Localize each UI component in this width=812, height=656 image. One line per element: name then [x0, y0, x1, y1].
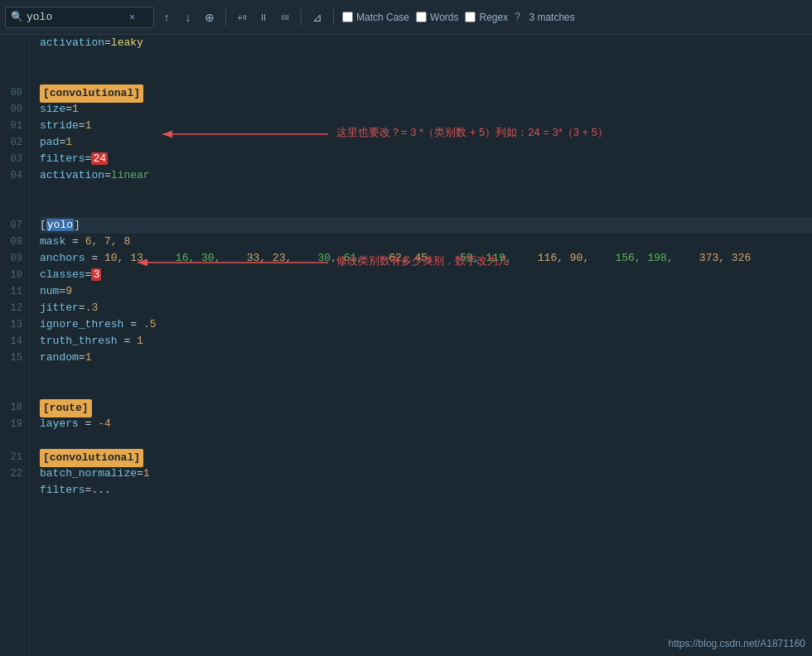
- select-all-button[interactable]: II: [254, 7, 273, 28]
- separator-1: [225, 9, 226, 26]
- search-input[interactable]: [27, 11, 126, 23]
- line-num: 19: [3, 416, 22, 432]
- filter-button[interactable]: ⊿: [308, 7, 326, 28]
- code-line-convolutional2: [convolutional]: [40, 449, 812, 465]
- line-num: 08: [3, 234, 22, 250]
- line-num: 22: [3, 465, 22, 482]
- code-line: [40, 432, 812, 449]
- code-line: [40, 366, 812, 383]
- line-num: 21: [3, 449, 22, 465]
- code-line: ignore_thresh = .5: [40, 316, 812, 333]
- code-line: pad=1: [40, 134, 812, 151]
- line-num: [3, 432, 22, 449]
- line-num: 01: [3, 118, 22, 134]
- code-line: layers = -4: [40, 416, 812, 432]
- regex-group: Regex: [465, 12, 508, 23]
- editor: 00 00 01 02 03 04 07 08 09 10 11 12 13 1…: [0, 35, 812, 656]
- prev-match-button[interactable]: ↑: [157, 7, 176, 28]
- line-num: 00: [3, 101, 22, 118]
- line-num: [3, 366, 22, 383]
- line-num: [3, 200, 22, 217]
- separator-2: [301, 9, 302, 26]
- code-line: jitter=.3: [40, 300, 812, 316]
- toolbar: 🔍 ✕ ↑ ↓ ⊕ +II II IIII ⊿ Match Case Words…: [0, 0, 812, 35]
- code-content: activation=leaky [convolutional] size=1 …: [30, 35, 812, 656]
- search-clear-icon[interactable]: ✕: [129, 11, 135, 23]
- match-case-checkbox[interactable]: [342, 12, 353, 22]
- match-case-group: Match Case: [342, 12, 409, 23]
- code-line: mask = 6, 7, 8: [40, 234, 812, 250]
- find-all-button[interactable]: +II: [233, 7, 251, 28]
- code-line: [40, 184, 812, 200]
- separator-3: [333, 9, 334, 26]
- line-num: [3, 482, 22, 499]
- code-line-route: [route]: [40, 399, 812, 416]
- search-box: 🔍 ✕: [5, 7, 154, 28]
- words-checkbox[interactable]: [416, 12, 427, 22]
- match-count: 3 matches: [529, 12, 574, 23]
- line-num: 14: [3, 333, 22, 350]
- search-icon: 🔍: [11, 11, 23, 23]
- code-line: filters=...: [40, 482, 812, 499]
- line-num: 09: [3, 250, 22, 267]
- line-num: [3, 383, 22, 399]
- line-num: 12: [3, 300, 22, 316]
- select-lines-button[interactable]: IIII: [276, 7, 294, 28]
- code-line-classes: classes=3: [40, 267, 812, 283]
- next-match-button[interactable]: ↓: [179, 7, 197, 28]
- line-num: [3, 184, 22, 200]
- code-line: num=9: [40, 283, 812, 300]
- line-num: [3, 35, 22, 51]
- help-icon[interactable]: ?: [515, 12, 520, 23]
- line-numbers: 00 00 01 02 03 04 07 08 09 10 11 12 13 1…: [0, 35, 30, 656]
- code-line: [40, 383, 812, 399]
- code-line: activation=leaky: [40, 35, 812, 51]
- line-num: [3, 68, 22, 84]
- code-line: [40, 68, 812, 84]
- code-line: [40, 51, 812, 68]
- regex-checkbox[interactable]: [465, 12, 476, 22]
- code-line-filters: filters=24: [40, 151, 812, 167]
- code-line-convolutional1: [convolutional]: [40, 84, 812, 101]
- code-line: stride=1: [40, 118, 812, 134]
- code-line: [40, 200, 812, 217]
- code-line: batch_normalize=1: [40, 465, 812, 482]
- words-label[interactable]: Words: [430, 12, 458, 23]
- code-line: size=1: [40, 101, 812, 118]
- search-history-button[interactable]: ⊕: [201, 7, 219, 28]
- line-num: 00: [3, 84, 22, 101]
- line-num: 02: [3, 134, 22, 151]
- line-num: 10: [3, 267, 22, 283]
- line-num: 07: [3, 217, 22, 234]
- line-num: 11: [3, 283, 22, 300]
- regex-label[interactable]: Regex: [479, 12, 508, 23]
- line-num: 13: [3, 316, 22, 333]
- words-group: Words: [416, 12, 458, 23]
- code-line: random=1: [40, 350, 812, 366]
- code-line: activation=linear: [40, 167, 812, 184]
- line-num: 18: [3, 399, 22, 416]
- line-num: 03: [3, 151, 22, 167]
- line-num: 15: [3, 350, 22, 366]
- line-num: 04: [3, 167, 22, 184]
- line-num: [3, 51, 22, 68]
- code-line-anchors: anchors = 10, 13, 16, 30, 33, 23, 30, 61…: [40, 250, 812, 267]
- match-case-label[interactable]: Match Case: [356, 12, 409, 23]
- code-line-yolo: [yolo]: [40, 217, 812, 234]
- code-line: truth_thresh = 1: [40, 333, 812, 350]
